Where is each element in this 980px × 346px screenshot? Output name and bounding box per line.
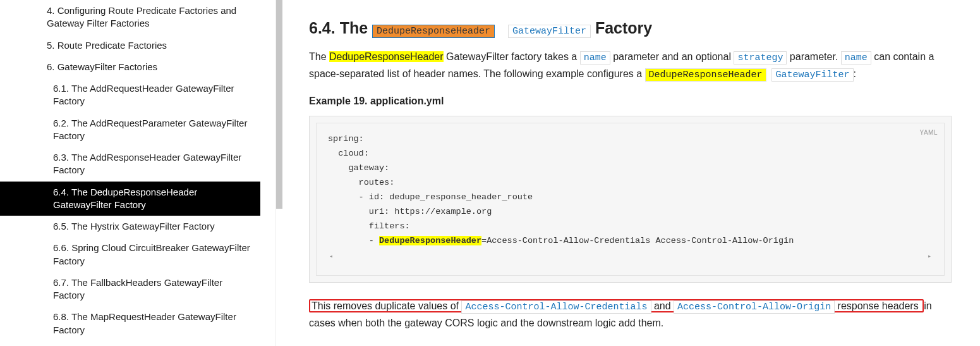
code-name-param: name bbox=[580, 51, 610, 65]
code-name-param-2: name bbox=[841, 51, 871, 65]
code-line: filters: bbox=[328, 221, 410, 231]
code-acao: Access-Control-Allow-Origin bbox=[674, 300, 835, 314]
sidebar-item-1[interactable]: 5. Route Predicate Factories bbox=[0, 35, 260, 56]
heading-prefix: 6.4. The bbox=[309, 19, 372, 37]
heading-code-gatewayfilter: GatewayFilter bbox=[508, 25, 591, 38]
heading-code-highlight: DedupeResponseHeader bbox=[372, 25, 495, 38]
sidebar-item-6[interactable]: 6.4. The DedupeResponseHeader GatewayFil… bbox=[0, 182, 260, 216]
code-line: routes: bbox=[328, 178, 394, 187]
sidebar-item-2[interactable]: 6. GatewayFilter Factories bbox=[0, 56, 260, 78]
example-title: Example 19. application.yml bbox=[309, 96, 952, 107]
intro-text: GatewayFilter factory takes a bbox=[444, 51, 580, 62]
sidebar-item-4[interactable]: 6.2. The AddRequestParameter GatewayFilt… bbox=[0, 113, 260, 147]
after-text: This removes duplicate values of bbox=[312, 300, 461, 311]
code-line: spring: bbox=[328, 134, 364, 144]
scroll-right-icon[interactable]: ▸ bbox=[926, 251, 933, 262]
code-dedupe-highlight: DedupeResponseHeader bbox=[645, 68, 766, 82]
heading-suffix: Factory bbox=[595, 19, 652, 37]
annotation-red-box: This removes duplicate values of Access-… bbox=[309, 299, 924, 312]
main-content: 6.4. The DedupeResponseHeader GatewayFil… bbox=[276, 0, 980, 346]
intro-paragraph: The DedupeResponseHeader GatewayFilter f… bbox=[309, 49, 952, 83]
intro-highlight-dedupe: DedupeResponseHeader bbox=[329, 51, 444, 62]
code-horizontal-scrollbar[interactable]: ◂▸ bbox=[328, 254, 933, 260]
code-gatewayfilter: GatewayFilter bbox=[771, 68, 853, 82]
intro-text: : bbox=[854, 68, 856, 79]
after-text: response headers bbox=[835, 300, 921, 311]
intro-text: parameter. bbox=[787, 51, 840, 62]
code-line: uri: https://example.org bbox=[328, 207, 492, 216]
code-content: YAMLspring: cloud: gateway: routes: - id… bbox=[316, 123, 945, 276]
sidebar-item-3[interactable]: 6.1. The AddRequestHeader GatewayFilter … bbox=[0, 78, 260, 113]
code-strategy-param: strategy bbox=[734, 51, 787, 65]
code-line: =Access-Control-Allow-Credentials Access… bbox=[481, 236, 794, 245]
sidebar-item-10[interactable]: 6.8. The MapRequestHeader GatewayFilter … bbox=[0, 306, 260, 341]
sidebar-item-7[interactable]: 6.5. The Hystrix GatewayFilter Factory bbox=[0, 216, 260, 237]
scroll-left-icon[interactable]: ◂ bbox=[328, 251, 334, 262]
section-heading: 6.4. The DedupeResponseHeader GatewayFil… bbox=[309, 19, 952, 37]
intro-text: The bbox=[309, 51, 329, 62]
after-text: and bbox=[651, 300, 674, 311]
code-line: - bbox=[328, 236, 379, 245]
code-lang-badge: YAML bbox=[920, 127, 938, 138]
code-acac: Access-Control-Allow-Credentials bbox=[461, 300, 651, 314]
sidebar-item-9[interactable]: 6.7. The FallbackHeaders GatewayFilter F… bbox=[0, 272, 260, 307]
sidebar-item-0[interactable]: 4. Configuring Route Predicate Factories… bbox=[0, 0, 260, 35]
after-code-paragraph: This removes duplicate values of Access-… bbox=[309, 298, 952, 331]
intro-text: parameter and an optional bbox=[610, 51, 734, 62]
code-block: YAMLspring: cloud: gateway: routes: - id… bbox=[309, 116, 952, 283]
sidebar-item-11[interactable]: 6.9. The PrefixPath GatewayFilter Factor… bbox=[0, 341, 260, 346]
code-line: gateway: bbox=[328, 163, 389, 173]
sidebar: 4. Configuring Route Predicate Factories… bbox=[0, 0, 276, 346]
sidebar-item-5[interactable]: 6.3. The AddResponseHeader GatewayFilter… bbox=[0, 147, 260, 182]
code-highlight-dedupe: DedupeResponseHeader bbox=[379, 236, 481, 245]
code-line: cloud: bbox=[328, 149, 369, 158]
sidebar-item-8[interactable]: 6.6. Spring Cloud CircuitBreaker Gateway… bbox=[0, 237, 260, 272]
code-line: - id: dedupe_response_header_route bbox=[328, 192, 533, 202]
